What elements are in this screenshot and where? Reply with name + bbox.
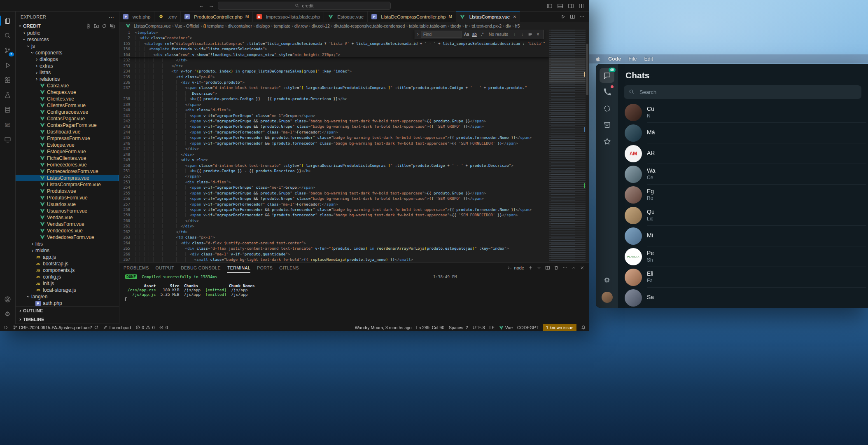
activity-search-icon[interactable] <box>0 28 16 43</box>
layout-left-toggle-icon[interactable] <box>546 3 553 9</box>
menubar-file-menu[interactable]: File <box>628 56 637 62</box>
close-panel-button[interactable] <box>580 265 585 270</box>
tree-item-dialogos[interactable]: dialogos <box>16 56 119 63</box>
tree-item-config.js[interactable]: JSconfig.js <box>16 274 119 280</box>
status-item-launchpad[interactable]: Launchpad <box>103 324 131 331</box>
sync-button[interactable] <box>102 23 107 29</box>
chat-rail-starred-icon[interactable] <box>600 134 614 149</box>
find-input[interactable]: Find <box>421 31 462 38</box>
tree-item-Cheques.vue[interactable]: Cheques.vue <box>16 89 119 96</box>
tree-item-Fornecedores.vue[interactable]: Fornecedores.vue <box>16 162 119 168</box>
panel-tab-OUTPUT[interactable]: OUTPUT <box>156 263 175 273</box>
activity-remote-explorer-icon[interactable] <box>0 132 16 147</box>
close-icon[interactable]: × <box>513 14 516 20</box>
tree-item-Vendas.vue[interactable]: Vendas.vue <box>16 214 119 221</box>
tree-item-Dashboard.vue[interactable]: Dashboard.vue <box>16 129 119 135</box>
match-case-toggle[interactable]: Aa <box>464 32 470 37</box>
tree-item-relatorios[interactable]: relatorios <box>16 76 119 82</box>
tab-ProdutosController.php[interactable]: PProdutosController.phpM <box>181 12 253 22</box>
tree-item-components[interactable]: components <box>16 49 119 56</box>
chat-list-item[interactable]: PLANETAPeSh <box>624 246 868 267</box>
tree-item-ContasPagarForm.vue[interactable]: ContasPagarForm.vue <box>16 122 119 129</box>
tree-item-app.js[interactable]: JSapp.js <box>16 254 119 260</box>
find-expand-chevron[interactable]: › <box>417 31 419 37</box>
chat-list-item[interactable]: CuN <box>624 102 868 123</box>
collapse-all-button[interactable] <box>110 23 115 29</box>
tree-item-EstoqueForm.vue[interactable]: EstoqueForm.vue <box>16 148 119 155</box>
find-next-button[interactable]: ↓ <box>519 32 525 37</box>
new-terminal-button[interactable] <box>528 265 533 270</box>
status-item-codegpt[interactable]: CODEGPT <box>517 324 539 331</box>
status-item-encoding[interactable]: UTF-8 <box>473 324 485 331</box>
chat-rail-settings-icon[interactable]: ⚙ <box>600 273 614 288</box>
activity-testing-icon[interactable] <box>0 87 16 102</box>
minimap[interactable] <box>549 30 586 262</box>
status-item-indentation[interactable]: Spaces: 2 <box>449 324 468 331</box>
chat-list-item[interactable]: EliFa <box>624 267 868 288</box>
apple-menu-icon[interactable] <box>595 56 601 62</box>
breadcrumb-div.row[interactable]: div.row <box>294 23 308 28</box>
chat-list-item[interactable]: Mi <box>624 226 868 246</box>
activity-codegpt-icon[interactable]: GPT <box>0 117 16 132</box>
split-terminal-button[interactable] <box>545 265 550 270</box>
tree-item-libs[interactable]: libs <box>16 241 119 247</box>
tab-Estoque.vue[interactable]: Estoque.vue <box>324 12 368 22</box>
terminal-instance-node[interactable]: node <box>507 265 524 270</box>
outline-section-header[interactable]: OUTLINE <box>16 307 119 315</box>
panel-tab-PROBLEMS[interactable]: PROBLEMS <box>124 263 149 273</box>
breadcrumb-h5[interactable]: h5 <box>515 23 520 28</box>
activity-settings-icon[interactable]: ⚙ <box>0 307 16 321</box>
tree-item-js[interactable]: js <box>16 43 119 49</box>
code-editor[interactable]: 1<template>2 <div class="container">155 … <box>119 30 589 262</box>
tree-item-auth.php[interactable]: Pauth.php <box>16 300 119 306</box>
breadcrumb-Vue - Official[interactable]: Vue - Official <box>175 23 199 28</box>
status-item-eol[interactable]: LF <box>489 324 494 331</box>
breadcrumb-dialogo[interactable]: dialogo <box>256 23 270 28</box>
panel-tab-GITLENS[interactable]: GITLENS <box>279 263 299 273</box>
layout-right-toggle-icon[interactable] <box>568 3 574 9</box>
chat-list-item[interactable]: WaCe <box>624 164 868 185</box>
breadcrumb-ListasCompras.vue[interactable]: ListasCompras.vue <box>125 23 171 28</box>
activity-accounts-icon[interactable] <box>0 292 16 307</box>
tree-item-FornecedoresForm.vue[interactable]: FornecedoresForm.vue <box>16 168 119 175</box>
breadcrumb-tbody[interactable]: tbody <box>450 23 461 28</box>
regex-toggle[interactable]: .* <box>479 32 485 37</box>
tab-ListaDeComprasController.php[interactable]: PListaDeComprasController.phpM <box>368 12 456 22</box>
nav-back-button[interactable]: ← <box>198 2 205 9</box>
maximize-panel-button[interactable] <box>571 265 576 270</box>
tree-item-Configuracoes.vue[interactable]: Configuracoes.vue <box>16 109 119 115</box>
explorer-root-header[interactable]: CREDIT <box>16 22 119 30</box>
tree-item-Estoque.vue[interactable]: Estoque.vue <box>16 142 119 148</box>
whole-word-toggle[interactable]: ab <box>471 32 478 37</box>
chat-rail-archived-icon[interactable] <box>600 117 614 132</box>
command-center-search[interactable]: credit <box>218 2 391 10</box>
nav-forward-button[interactable]: → <box>208 2 215 9</box>
chat-rail-status-icon[interactable] <box>600 101 614 116</box>
find-close-button[interactable]: × <box>535 32 541 37</box>
status-item-blame[interactable]: Wandry Moura, 3 months ago <box>355 324 412 331</box>
editor-more-actions-button[interactable] <box>579 14 585 19</box>
new-file-button[interactable] <box>86 23 91 29</box>
status-item-cursor-position[interactable]: Ln 289, Col 90 <box>416 324 444 331</box>
tree-item-UsuariosForm.vue[interactable]: UsuariosForm.vue <box>16 208 119 214</box>
panel-more-actions-button[interactable] <box>562 265 567 270</box>
layout-grid-toggle-icon[interactable] <box>579 3 585 9</box>
tree-item-init.js[interactable]: JSinit.js <box>16 280 119 287</box>
breadcrumb-table.table.table-sm[interactable]: table.table.table-sm <box>409 23 447 28</box>
status-item-language-mode[interactable]: Vue <box>499 324 513 331</box>
tree-item-ListasComprasForm.vue[interactable]: ListasComprasForm.vue <box>16 181 119 188</box>
chat-list-item[interactable]: QuLic <box>624 205 868 226</box>
chat-rail-chats-icon[interactable]: 40 <box>600 68 614 83</box>
tree-item-Produtos.vue[interactable]: Produtos.vue <box>16 188 119 194</box>
tree-item-resources[interactable]: resources <box>16 36 119 43</box>
tree-item-components.js[interactable]: JScomponents.js <box>16 267 119 274</box>
tree-item-Clientes.vue[interactable]: Clientes.vue <box>16 96 119 102</box>
tree-item-FichaClientes.vue[interactable]: FichaClientes.vue <box>16 155 119 162</box>
status-item-notifications[interactable] <box>581 324 586 331</box>
tree-item-public[interactable]: public <box>16 30 119 36</box>
tab-impressao-lista.blade.php[interactable]: Bimpressao-lista.blade.php <box>253 12 324 22</box>
split-editor-button[interactable] <box>570 14 575 19</box>
tree-item-VendasForm.vue[interactable]: VendasForm.vue <box>16 221 119 227</box>
status-item-branch[interactable]: CRE-2024-0915-PA-Ajustes-pontuais* <box>13 324 99 331</box>
tree-item-Caixa.vue[interactable]: Caixa.vue <box>16 82 119 89</box>
